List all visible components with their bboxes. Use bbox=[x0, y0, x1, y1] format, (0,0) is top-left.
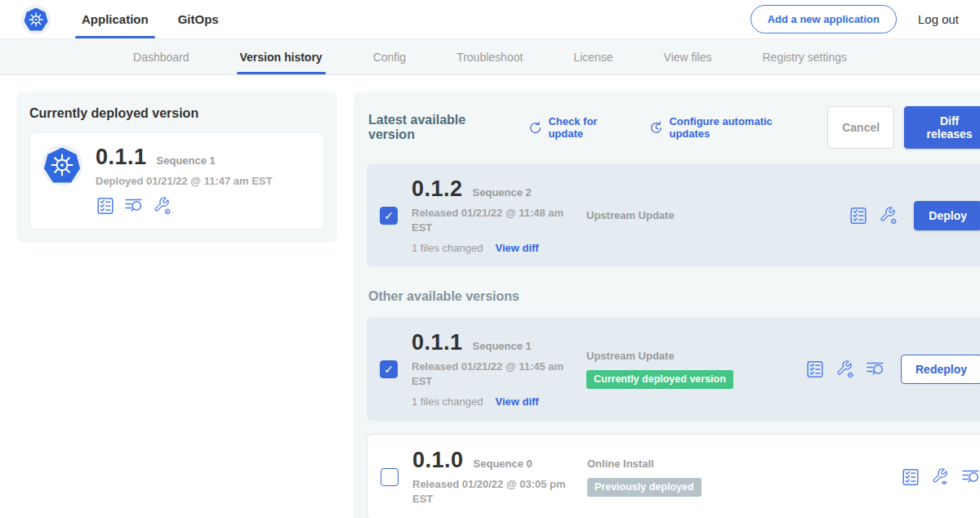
version-info: 0.1.2 Sequence 2 Released 01/21/22 @ 11:… bbox=[412, 176, 586, 254]
currently-deployed-card: Currently deployed version 0.1.1 Sequenc… bbox=[16, 92, 337, 243]
version-number: 0.1.0 bbox=[412, 448, 464, 473]
kubernetes-logo-icon bbox=[24, 8, 48, 31]
tab-view-files[interactable]: View files bbox=[664, 39, 712, 74]
files-changed-label: 1 files changed bbox=[412, 395, 483, 408]
deployed-version-number: 0.1.1 bbox=[96, 145, 147, 170]
app-logo[interactable] bbox=[21, 5, 51, 34]
tab-registry-settings[interactable]: Registry settings bbox=[763, 39, 847, 74]
currently-deployed-badge: Currently deployed version bbox=[586, 370, 733, 389]
app-sub-nav: Dashboard Version history Config Trouble… bbox=[0, 39, 980, 75]
version-number: 0.1.1 bbox=[412, 330, 463, 355]
tab-config[interactable]: Config bbox=[373, 39, 406, 74]
top-nav: Application GitOps Add a new application… bbox=[0, 0, 980, 39]
version-info: 0.1.0 Sequence 0 Released 01/20/22 @ 03:… bbox=[412, 448, 587, 506]
previously-deployed-badge: Previously deployed bbox=[587, 478, 702, 497]
deployed-version-card: 0.1.1 Sequence 1 Deployed 01/21/22 @ 11:… bbox=[29, 132, 324, 230]
tab-gitops[interactable]: GitOps bbox=[178, 0, 219, 38]
preflight-checklist-icon[interactable] bbox=[901, 467, 920, 487]
version-row: 0.1.1 Sequence 1 Released 01/21/22 @ 11:… bbox=[367, 317, 980, 421]
other-versions-title: Other available versions bbox=[368, 289, 980, 304]
main-content: Currently deployed version 0.1.1 Sequenc… bbox=[0, 75, 980, 518]
redeploy-button[interactable]: Redeploy bbox=[901, 355, 980, 384]
add-application-button[interactable]: Add a new application bbox=[751, 5, 897, 33]
version-row: 0.1.2 Sequence 2 Released 01/21/22 @ 11:… bbox=[367, 163, 980, 267]
edit-config-icon[interactable] bbox=[879, 206, 898, 226]
view-logs-icon[interactable] bbox=[866, 359, 885, 379]
tab-dashboard[interactable]: Dashboard bbox=[133, 39, 189, 74]
released-timestamp: Released 01/20/22 @ 03:05 pm EST bbox=[412, 477, 572, 506]
view-logs-icon[interactable] bbox=[961, 467, 980, 487]
version-source: Upstream Update Currently deployed versi… bbox=[586, 350, 805, 389]
config-view-icon[interactable] bbox=[931, 467, 951, 487]
currently-deployed-title: Currently deployed version bbox=[29, 106, 324, 121]
logout-button[interactable]: Log out bbox=[918, 12, 959, 26]
version-number: 0.1.2 bbox=[412, 176, 463, 202]
configure-automatic-updates-label: Configure automatic updates bbox=[669, 115, 809, 140]
tab-application[interactable]: Application bbox=[82, 0, 149, 38]
source-label: Online Install bbox=[587, 458, 806, 470]
released-timestamp: Released 01/21/22 @ 11:48 am EST bbox=[412, 206, 572, 234]
edit-config-icon[interactable] bbox=[153, 196, 172, 216]
deployed-timestamp: Deployed 01/21/22 @ 11:47 am EST bbox=[96, 175, 272, 187]
preflight-checklist-icon[interactable] bbox=[96, 196, 115, 216]
version-checkbox[interactable] bbox=[380, 207, 398, 225]
refresh-icon bbox=[528, 120, 543, 136]
header-buttons: Cancel Diff releases bbox=[827, 106, 980, 149]
available-versions-panel: Latest available version Check for updat… bbox=[354, 92, 980, 518]
released-timestamp: Released 01/21/22 @ 11:45 am EST bbox=[412, 359, 572, 388]
sequence-label: Sequence 0 bbox=[474, 458, 532, 470]
tab-license[interactable]: License bbox=[573, 39, 612, 74]
check-for-update-label: Check for update bbox=[548, 115, 630, 140]
preflight-checklist-icon[interactable] bbox=[805, 359, 825, 379]
version-row: 0.1.0 Sequence 0 Released 01/20/22 @ 03:… bbox=[367, 434, 980, 518]
deployed-app-logo bbox=[42, 145, 82, 185]
view-diff-link[interactable]: View diff bbox=[495, 395, 538, 408]
source-label: Upstream Update bbox=[586, 350, 805, 362]
version-source: Upstream Update bbox=[586, 209, 805, 221]
kubernetes-logo-icon bbox=[44, 148, 80, 183]
top-nav-tabs: Application GitOps bbox=[82, 0, 219, 38]
edit-config-icon[interactable] bbox=[835, 359, 855, 379]
check-for-update-link[interactable]: Check for update bbox=[528, 115, 630, 140]
sequence-label: Sequence 2 bbox=[473, 186, 532, 199]
sequence-label: Sequence 1 bbox=[473, 340, 532, 352]
deployed-version-details: 0.1.1 Sequence 1 Deployed 01/21/22 @ 11:… bbox=[96, 145, 272, 216]
version-checkbox[interactable] bbox=[380, 360, 398, 378]
diff-releases-button[interactable]: Diff releases bbox=[904, 106, 980, 149]
tab-troubleshoot[interactable]: Troubleshoot bbox=[457, 39, 523, 74]
cancel-button[interactable]: Cancel bbox=[827, 106, 894, 149]
configure-automatic-updates-link[interactable]: Configure automatic updates bbox=[648, 115, 809, 140]
version-source: Online Install Previously deployed bbox=[587, 458, 806, 497]
version-checkbox[interactable] bbox=[381, 468, 399, 486]
tab-version-history[interactable]: Version history bbox=[240, 39, 323, 74]
deployed-sequence-label: Sequence 1 bbox=[157, 154, 216, 167]
preflight-checklist-icon[interactable] bbox=[849, 206, 868, 226]
view-logs-icon[interactable] bbox=[124, 196, 144, 216]
version-info: 0.1.1 Sequence 1 Released 01/21/22 @ 11:… bbox=[412, 330, 586, 408]
files-changed-label: 1 files changed bbox=[412, 242, 483, 254]
latest-available-title: Latest available version bbox=[368, 113, 510, 142]
available-versions-header: Latest available version Check for updat… bbox=[367, 105, 980, 150]
view-diff-link[interactable]: View diff bbox=[495, 242, 538, 254]
version-actions bbox=[901, 467, 980, 487]
version-actions: Deploy bbox=[849, 201, 980, 230]
clock-refresh-icon bbox=[648, 120, 664, 136]
deploy-button[interactable]: Deploy bbox=[914, 201, 980, 230]
source-label: Upstream Update bbox=[586, 209, 805, 221]
version-actions: Redeploy bbox=[805, 355, 980, 384]
